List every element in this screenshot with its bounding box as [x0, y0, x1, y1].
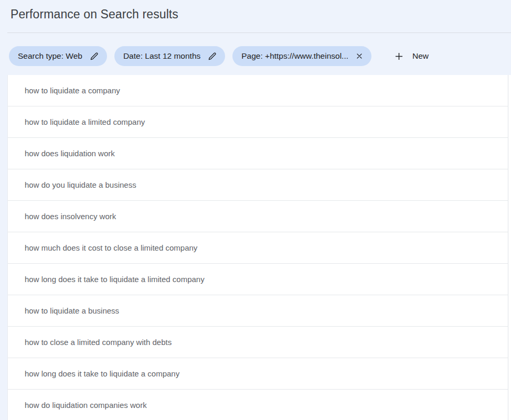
- query-row[interactable]: how to liquidate a limited company: [8, 106, 508, 138]
- query-row[interactable]: how to liquidate a business: [8, 295, 508, 327]
- filter-chip-date[interactable]: Date: Last 12 months: [114, 46, 225, 66]
- query-row[interactable]: how much does it cost to close a limited…: [8, 232, 508, 264]
- query-text: how long does it take to liquidate a lim…: [25, 275, 205, 284]
- new-filter-label: New: [412, 51, 429, 61]
- query-rows-container: how to liquidate a company how to liquid…: [8, 75, 508, 420]
- query-text: how to liquidate a company: [25, 86, 120, 95]
- query-text: how long does it take to liquidate a com…: [25, 369, 179, 378]
- filter-chip-search-type[interactable]: Search type: Web: [9, 46, 107, 66]
- filter-chip-page-label: Page: +https://www.theinsol...: [241, 51, 348, 61]
- edit-pencil-icon[interactable]: [207, 51, 217, 61]
- query-row[interactable]: how does insolvency work: [8, 201, 508, 232]
- query-table: how to liquidate a company how to liquid…: [7, 75, 511, 420]
- query-row[interactable]: how long does it take to liquidate a lim…: [8, 264, 508, 295]
- query-row[interactable]: how do liquidation companies work: [8, 390, 508, 420]
- performance-header: Performance on Search results Search typ…: [0, 0, 511, 75]
- close-icon[interactable]: [355, 52, 364, 60]
- edit-pencil-icon[interactable]: [89, 51, 99, 61]
- page-title: Performance on Search results: [10, 7, 178, 21]
- query-text: how does liquidation work: [25, 149, 115, 158]
- query-row[interactable]: how do you liquidate a business: [8, 169, 508, 201]
- filter-chips-row: Search type: Web Date: Last 12 months Pa…: [9, 46, 431, 66]
- filter-chip-page[interactable]: Page: +https://www.theinsol...: [232, 46, 371, 66]
- query-text: how do you liquidate a business: [25, 180, 136, 189]
- query-text: how do liquidation companies work: [25, 401, 147, 410]
- query-text: how to close a limited company with debt…: [25, 338, 172, 347]
- query-text: how to liquidate a business: [25, 306, 119, 315]
- query-row[interactable]: how long does it take to liquidate a com…: [8, 358, 508, 390]
- query-text: how to liquidate a limited company: [25, 117, 145, 126]
- query-row[interactable]: how to close a limited company with debt…: [8, 327, 508, 358]
- query-text: how does insolvency work: [25, 212, 116, 221]
- query-row[interactable]: how does liquidation work: [8, 138, 508, 169]
- query-text: how much does it cost to close a limited…: [25, 243, 197, 252]
- header-divider: [7, 33, 511, 33]
- new-filter-button[interactable]: New: [391, 48, 431, 65]
- filter-chip-date-label: Date: Last 12 months: [123, 51, 200, 61]
- filter-chip-search-type-label: Search type: Web: [18, 51, 82, 61]
- query-row[interactable]: how to liquidate a company: [8, 75, 508, 106]
- plus-icon: [393, 51, 404, 62]
